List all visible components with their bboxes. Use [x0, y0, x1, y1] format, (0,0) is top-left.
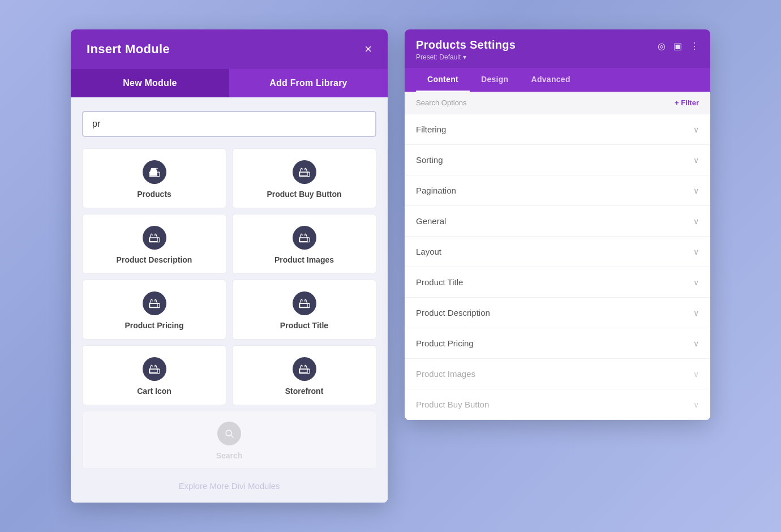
accordion-product-title-label: Product Title [416, 277, 463, 287]
close-button[interactable]: × [364, 43, 372, 55]
accordion-product-title: Product Title ∨ [405, 267, 710, 298]
accordion-sorting: Sorting ∨ [405, 145, 710, 175]
chevron-down-icon: ∨ [693, 186, 699, 195]
accordion-sorting-header[interactable]: Sorting ∨ [405, 145, 710, 175]
accordion-pagination: Pagination ∨ [405, 175, 710, 206]
accordion-pagination-header[interactable]: Pagination ∨ [405, 175, 710, 205]
product-images-icon [293, 226, 316, 250]
accordion-product-title-header[interactable]: Product Title ∨ [405, 267, 710, 297]
tab-advanced[interactable]: Advanced [520, 68, 581, 92]
accordion-product-images-header[interactable]: Product Images ∨ [405, 359, 710, 389]
more-options-icon[interactable]: ⋮ [690, 41, 699, 52]
accordion-filtering: Filtering ∨ [405, 114, 710, 145]
accordion-filtering-label: Filtering [416, 125, 446, 134]
module-cart-icon[interactable]: Cart Icon [82, 345, 226, 405]
target-icon[interactable]: ◎ [658, 41, 666, 52]
search-options-label: Search Options [416, 98, 467, 107]
product-title-label: Product Title [280, 321, 328, 330]
chevron-down-icon: ∨ [693, 125, 699, 134]
svg-line-11 [231, 435, 233, 437]
module-search[interactable]: Search [82, 411, 376, 469]
accordion-sorting-label: Sorting [416, 155, 443, 165]
accordion-product-buy-button-header[interactable]: Product Buy Button ∨ [405, 389, 710, 419]
search-module-label: Search [216, 451, 243, 460]
accordion-product-pricing-label: Product Pricing [416, 338, 474, 348]
accordion-product-pricing: Product Pricing ∨ [405, 328, 710, 359]
layout-icon[interactable]: ▣ [673, 41, 682, 52]
accordion-layout-label: Layout [416, 247, 441, 256]
module-product-pricing[interactable]: Product Pricing [82, 280, 226, 340]
accordion-layout-header[interactable]: Layout ∨ [405, 237, 710, 267]
storefront-icon [293, 357, 316, 381]
product-title-icon [293, 291, 316, 315]
chevron-down-icon: ∨ [693, 247, 699, 256]
chevron-down-icon: ∨ [693, 278, 699, 287]
product-pricing-label: Product Pricing [125, 321, 183, 330]
search-input[interactable] [82, 111, 376, 137]
settings-preset[interactable]: Preset: Default ▾ [416, 53, 516, 61]
svg-point-1 [152, 174, 154, 175]
settings-title: Products Settings [416, 38, 516, 52]
explore-link-wrap: Explore More Divi Modules [82, 475, 376, 491]
explore-link[interactable]: Explore More Divi Modules [178, 481, 280, 491]
accordion-layout: Layout ∨ [405, 237, 710, 267]
chevron-down-icon: ∨ [693, 217, 699, 226]
module-product-description[interactable]: Product Description [82, 214, 226, 274]
accordion-general-label: General [416, 216, 446, 226]
accordion-product-description: Product Description ∨ [405, 298, 710, 328]
products-icon [143, 160, 166, 184]
product-description-icon [143, 226, 166, 250]
tab-add-from-library[interactable]: Add From Library [229, 69, 388, 97]
tab-content[interactable]: Content [416, 68, 470, 92]
chevron-down-icon: ∨ [693, 400, 699, 409]
insert-module-panel: Insert Module × New Module Add From Libr… [71, 29, 388, 503]
chevron-down-icon: ∨ [693, 370, 699, 379]
settings-tabs: Content Design Advanced [405, 68, 710, 92]
module-storefront[interactable]: Storefront [232, 345, 376, 405]
product-images-label: Product Images [274, 255, 334, 264]
chevron-down-icon: ∨ [693, 339, 699, 348]
search-options-bar: Search Options + Filter [405, 92, 710, 114]
accordion-product-description-label: Product Description [416, 308, 490, 318]
modules-grid: Products Product Buy Button Product Desc… [82, 148, 376, 405]
accordion-general: General ∨ [405, 206, 710, 237]
tab-design[interactable]: Design [470, 68, 520, 92]
chevron-down-icon: ∨ [693, 308, 699, 318]
module-product-images[interactable]: Product Images [232, 214, 376, 274]
accordion-product-pricing-header[interactable]: Product Pricing ∨ [405, 328, 710, 358]
module-product-title[interactable]: Product Title [232, 280, 376, 340]
settings-header-icons: ◎ ▣ ⋮ [658, 38, 699, 52]
accordion-product-images-label: Product Images [416, 369, 475, 379]
chevron-down-icon: ∨ [693, 156, 699, 165]
product-buy-button-icon [293, 160, 316, 184]
accordion-product-buy-button-label: Product Buy Button [416, 400, 489, 409]
panels-wrapper: Insert Module × New Module Add From Libr… [59, 18, 722, 514]
storefront-label: Storefront [285, 387, 324, 396]
accordion-product-description-header[interactable]: Product Description ∨ [405, 298, 710, 328]
search-input-wrap [82, 111, 376, 137]
tab-new-module[interactable]: New Module [71, 69, 229, 97]
insert-module-title: Insert Module [87, 42, 170, 57]
module-product-buy-button[interactable]: Product Buy Button [232, 148, 376, 208]
cart-icon-label: Cart Icon [137, 387, 171, 396]
product-pricing-icon [143, 291, 166, 315]
search-module-icon [217, 422, 241, 445]
products-label: Products [137, 190, 171, 199]
product-buy-button-label: Product Buy Button [267, 190, 341, 199]
svg-point-10 [226, 430, 231, 436]
accordion-filtering-header[interactable]: Filtering ∨ [405, 114, 710, 144]
accordion-pagination-label: Pagination [416, 186, 456, 195]
accordion-general-header[interactable]: General ∨ [405, 206, 710, 236]
insert-module-body: Products Product Buy Button Product Desc… [71, 97, 388, 503]
module-products[interactable]: Products [82, 148, 226, 208]
settings-title-block: Products Settings Preset: Default ▾ [416, 38, 516, 61]
accordion-product-buy-button: Product Buy Button ∨ [405, 389, 710, 420]
filter-button[interactable]: + Filter [675, 98, 699, 107]
product-description-label: Product Description [117, 255, 192, 264]
settings-header: Products Settings Preset: Default ▾ ◎ ▣ … [405, 29, 710, 68]
svg-point-2 [155, 174, 157, 175]
accordion-list: Filtering ∨ Sorting ∨ Pagination ∨ Gener… [405, 114, 710, 420]
accordion-product-images: Product Images ∨ [405, 359, 710, 389]
cart-icon-icon [143, 357, 166, 381]
insert-module-header: Insert Module × [71, 29, 388, 69]
